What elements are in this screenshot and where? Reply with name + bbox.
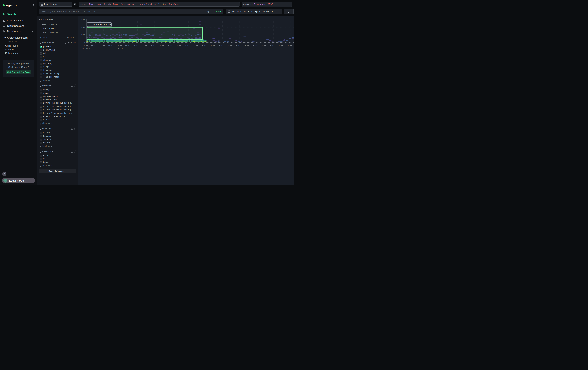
svg-text:2:30am: 2:30am	[159, 45, 166, 47]
svg-text:5:00am: 5:00am	[202, 45, 209, 47]
svg-text:2:00am: 2:00am	[151, 45, 158, 47]
svg-text:1:00am: 1:00am	[134, 45, 141, 47]
svg-text:3:30am: 3:30am	[177, 45, 183, 47]
svg-text:8:00am: 8:00am	[253, 45, 260, 47]
svg-text:Filter by Selection: Filter by Selection	[88, 23, 111, 26]
svg-text:200: 200	[81, 34, 85, 36]
svg-text:5:30am: 5:30am	[210, 45, 217, 47]
svg-text:11:00pm: 11:00pm	[99, 45, 107, 47]
svg-text:12:00am: 12:00am	[116, 45, 124, 47]
svg-text:4:00am: 4:00am	[185, 45, 192, 47]
svg-text:7:00am: 7:00am	[236, 45, 243, 47]
svg-text:6:30am: 6:30am	[228, 45, 234, 47]
svg-text:9/15: 9/15	[118, 47, 123, 49]
svg-text:9:00am: 9:00am	[270, 45, 277, 47]
svg-text:8:30am: 8:30am	[262, 45, 268, 47]
svg-text:9/14/25: 9/14/25	[83, 47, 90, 49]
svg-text:600: 600	[81, 19, 85, 21]
svg-text:9:30am: 9:30am	[279, 45, 285, 47]
svg-text:4:30am: 4:30am	[194, 45, 200, 47]
svg-text:7:30am: 7:30am	[244, 45, 251, 47]
svg-text:400: 400	[81, 26, 85, 28]
svg-text:1:30am: 1:30am	[143, 45, 149, 47]
svg-text:10:30pm: 10:30pm	[91, 45, 99, 47]
svg-text:10:00pm: 10:00pm	[83, 45, 90, 47]
svg-text:10:00am: 10:00am	[286, 45, 294, 47]
svg-text:3:00am: 3:00am	[168, 45, 175, 47]
svg-text:6:00am: 6:00am	[219, 45, 226, 47]
svg-text:12:30am: 12:30am	[125, 45, 133, 47]
svg-text:11:30pm: 11:30pm	[108, 45, 116, 47]
svg-text:0: 0	[84, 41, 85, 43]
